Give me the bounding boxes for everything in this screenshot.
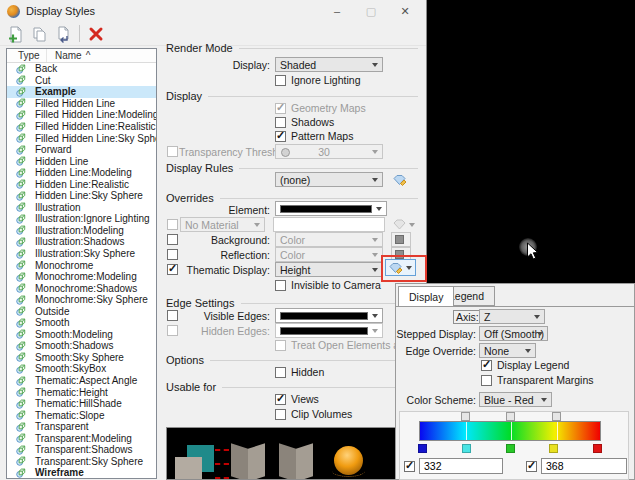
- list-item[interactable]: Filled Hidden Line:Realistic: [7, 121, 156, 133]
- list-item[interactable]: Wireframe: [7, 467, 156, 479]
- range-max-checkbox[interactable]: [526, 461, 537, 472]
- transparency-threshold-checkbox[interactable]: [167, 146, 178, 157]
- toolbar-separator: [79, 25, 80, 42]
- range-max-input[interactable]: [541, 458, 627, 474]
- color-stop-swatch[interactable]: [462, 444, 471, 453]
- title-bar[interactable]: Display Styles – ▢ ✕: [0, 0, 426, 22]
- range-min-input[interactable]: [419, 458, 503, 474]
- list-item[interactable]: Filled Hidden Line: [7, 98, 156, 110]
- style-type-cube-icon: [16, 318, 26, 328]
- list-item[interactable]: Illustration:Ignore Lighting: [7, 213, 156, 225]
- list-item[interactable]: Smooth: [7, 317, 156, 329]
- list-item[interactable]: Thematic:Aspect Angle: [7, 375, 156, 387]
- element-color-select[interactable]: [275, 201, 387, 216]
- element-color-swatch: [280, 205, 372, 213]
- style-type-cube-icon: [16, 156, 26, 166]
- list-item[interactable]: Smooth:Sky Sphere: [7, 352, 156, 364]
- invisible-to-camera-checkbox[interactable]: [275, 280, 286, 291]
- visible-edges-color-select[interactable]: [275, 308, 383, 323]
- list-item[interactable]: Filled Hidden Line:Sky Sphere: [7, 132, 156, 144]
- color-stop-swatch[interactable]: [593, 444, 602, 453]
- list-item[interactable]: Forward: [7, 144, 156, 156]
- style-name: Transparent:Shadows: [35, 444, 132, 455]
- thematic-display-select[interactable]: Height: [275, 262, 383, 277]
- style-type-cube-icon: [16, 133, 26, 143]
- list-item[interactable]: Transparent:Shadows: [7, 444, 156, 456]
- list-item[interactable]: Hidden Line:Sky Sphere: [7, 190, 156, 202]
- list-item[interactable]: Monochrome:Shadows: [7, 282, 156, 294]
- list-item[interactable]: Monochrome:Modeling: [7, 271, 156, 283]
- style-type-cube-icon: [16, 249, 26, 259]
- element-label: Element:: [163, 204, 270, 216]
- edge-override-select[interactable]: None: [479, 343, 536, 358]
- list-item[interactable]: Hidden Line:Modeling: [7, 167, 156, 179]
- paste-style-button[interactable]: [52, 23, 74, 44]
- list-item[interactable]: Illustration: [7, 202, 156, 214]
- views-checkbox[interactable]: [275, 394, 286, 405]
- color-stop-swatch[interactable]: [506, 444, 515, 453]
- list-item[interactable]: Outside: [7, 305, 156, 317]
- list-item[interactable]: Hidden Line: [7, 155, 156, 167]
- new-style-button[interactable]: [4, 23, 26, 44]
- render-display-select[interactable]: Shaded: [275, 57, 383, 72]
- list-item[interactable]: Back: [7, 63, 156, 75]
- list-item[interactable]: Illustration:Shadows: [7, 236, 156, 248]
- color-stop-swatch[interactable]: [549, 444, 558, 453]
- list-item[interactable]: Thematic:Height: [7, 386, 156, 398]
- style-type-cube-icon: [16, 237, 26, 247]
- transparent-margins-checkbox[interactable]: [481, 375, 492, 386]
- list-item[interactable]: Thematic:Slope: [7, 409, 156, 421]
- list-item[interactable]: Transparent:Modeling: [7, 433, 156, 445]
- list-item[interactable]: Smooth:Shadows: [7, 340, 156, 352]
- display-rules-select[interactable]: (none): [275, 172, 383, 187]
- list-item[interactable]: Transparent: [7, 421, 156, 433]
- thematic-style-edit-button[interactable]: [385, 259, 416, 276]
- minimize-button[interactable]: –: [323, 2, 351, 20]
- copy-style-button[interactable]: [28, 23, 50, 44]
- style-type-cube-icon: [16, 468, 26, 478]
- close-button[interactable]: ✕: [391, 2, 419, 20]
- background-select: Color: [275, 232, 383, 247]
- list-item[interactable]: Thematic:HillShade: [7, 398, 156, 410]
- list-item[interactable]: Monochrome: [7, 259, 156, 271]
- list-item[interactable]: Filled Hidden Line:Modeling: [7, 109, 156, 121]
- gradient-handle-stem: [466, 422, 467, 440]
- list-item[interactable]: Smooth:Modeling: [7, 329, 156, 341]
- gradient-handle[interactable]: [461, 412, 470, 421]
- display-legend-checkbox[interactable]: [481, 360, 492, 371]
- style-type-cube-icon: [16, 272, 26, 282]
- display-rules-edit-button[interactable]: [389, 171, 411, 188]
- list-item[interactable]: Transparent:Sky Sphere: [7, 456, 156, 468]
- color-stop-swatch[interactable]: [418, 444, 427, 453]
- list-item[interactable]: Example: [7, 86, 156, 98]
- list-item[interactable]: Cut: [7, 75, 156, 87]
- range-min-checkbox[interactable]: [404, 461, 415, 472]
- ignore-lighting-checkbox[interactable]: [275, 75, 286, 86]
- list-item[interactable]: Hidden Line:Realistic: [7, 178, 156, 190]
- stepped-display-select[interactable]: Off (Smooth): [479, 326, 548, 341]
- shadows-checkbox[interactable]: [275, 117, 286, 128]
- color-scheme-select[interactable]: Blue - Red: [479, 392, 552, 407]
- list-item[interactable]: Monochrome:Sky Sphere: [7, 294, 156, 306]
- clip-volumes-checkbox[interactable]: [275, 409, 286, 420]
- column-name[interactable]: Name ^: [47, 49, 90, 62]
- axis-select[interactable]: Z: [479, 309, 545, 324]
- gradient-handle[interactable]: [506, 412, 515, 421]
- transparent-margins-label: Transparent Margins: [497, 374, 593, 386]
- list-item[interactable]: Smooth:SkyBox: [7, 363, 156, 375]
- style-type-cube-icon: [16, 445, 26, 455]
- maximize-button[interactable]: ▢: [357, 2, 385, 20]
- dial-icon: [281, 148, 290, 157]
- material-checkbox[interactable]: [167, 219, 178, 230]
- gradient-handle[interactable]: [552, 412, 561, 421]
- list-item[interactable]: Illustration:Modeling: [7, 225, 156, 237]
- tab-display[interactable]: Display: [398, 286, 454, 307]
- color-gradient-bar[interactable]: [419, 421, 601, 441]
- list-item[interactable]: Illustration:Sky Sphere: [7, 248, 156, 260]
- delete-style-button[interactable]: [85, 23, 107, 44]
- pattern-maps-checkbox[interactable]: [275, 131, 286, 142]
- mouse-cursor: [526, 242, 539, 261]
- column-type[interactable]: Type: [7, 49, 47, 62]
- hidden-checkbox[interactable]: [275, 367, 286, 378]
- style-type-cube-icon: [16, 387, 26, 397]
